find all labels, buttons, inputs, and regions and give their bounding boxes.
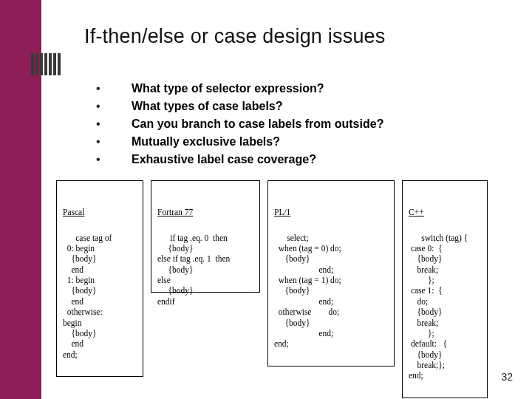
bullet-item: • Exhaustive label case coverage?	[96, 151, 383, 168]
bullet-list: • What type of selector expression? • Wh…	[96, 80, 383, 168]
code-body: select; when (tag = 0) do; {body} end; w…	[274, 233, 341, 349]
code-body: if tag .eq. 0 then {body} else if tag .e…	[157, 233, 230, 306]
code-lang-label: PL/1	[274, 207, 388, 217]
code-box-fortran: Fortran 77 if tag .eq. 0 then {body} els…	[151, 180, 260, 293]
bullet-dot-icon: •	[96, 151, 132, 168]
bullet-item: • What types of case labels?	[96, 98, 383, 115]
code-lang-label: Pascal	[63, 207, 137, 217]
bullet-text: What types of case labels?	[132, 98, 283, 115]
bullet-dot-icon: •	[96, 133, 132, 151]
code-lang-label: C++	[409, 207, 481, 217]
bullet-dot-icon: •	[96, 115, 132, 133]
page-number: 32	[501, 371, 513, 383]
code-lang-label: Fortran 77	[157, 207, 253, 217]
bullet-text: What type of selector expression?	[132, 80, 324, 98]
code-box-pascal: Pascal case tag of 0: begin {body} end 1…	[56, 180, 143, 377]
logo-mark	[31, 53, 66, 75]
bullet-text: Exhaustive label case coverage?	[132, 151, 316, 168]
code-examples-row: Pascal case tag of 0: begin {body} end 1…	[56, 180, 517, 398]
bullet-dot-icon: •	[96, 98, 132, 115]
code-body: case tag of 0: begin {body} end 1: begin…	[63, 233, 112, 359]
code-box-pl1: PL/1 select; when (tag = 0) do; {body} e…	[267, 180, 395, 366]
bullet-dot-icon: •	[96, 80, 132, 98]
bullet-item: • Can you branch to case labels from out…	[96, 115, 383, 133]
code-body: switch (tag) { case 0: { {body} break; }…	[409, 233, 468, 381]
bullet-item: • Mutually exclusive labels?	[96, 133, 383, 151]
bullet-text: Can you branch to case labels from outsi…	[132, 115, 383, 133]
slide-title: If-then/else or case design issues	[84, 25, 386, 48]
bullet-item: • What type of selector expression?	[96, 80, 383, 98]
slide: If-then/else or case design issues • Wha…	[0, 0, 532, 399]
code-box-cpp: C++ switch (tag) { case 0: { {body} brea…	[402, 180, 488, 398]
bullet-text: Mutually exclusive labels?	[132, 133, 280, 151]
